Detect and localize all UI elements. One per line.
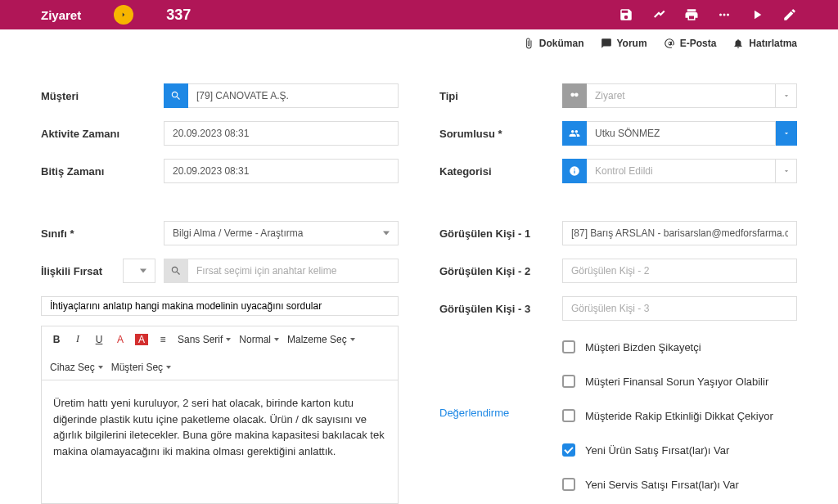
checkbox-label: Yeni Ürün Satış Fırsat(lar)ı Var	[585, 444, 729, 457]
binoculars-icon	[569, 90, 580, 101]
forward-button[interactable]	[114, 5, 133, 25]
type-select[interactable]	[562, 83, 797, 108]
search-addon[interactable]	[164, 83, 188, 108]
print-icon[interactable]	[684, 7, 699, 22]
edit-icon[interactable]	[782, 7, 797, 22]
right-column: Tipi Sorumlusu *	[439, 83, 797, 504]
customer-row: Müşteri	[41, 83, 399, 108]
checkbox-label: Müşteride Rakip Etkinliği Dikkat Çekiyor	[585, 410, 773, 422]
contact2-row: Görüşülen Kişi - 2	[439, 259, 797, 283]
summary-input[interactable]	[41, 296, 399, 316]
settings-icon[interactable]	[651, 7, 666, 22]
font-color-button[interactable]: A	[114, 334, 127, 345]
opportunity-row: İlişkili Fırsat	[41, 259, 399, 283]
more-icon[interactable]	[717, 7, 732, 22]
underline-button[interactable]: U	[92, 334, 106, 345]
end-time-label: Bitiş Zamanı	[41, 165, 164, 178]
comment-icon	[601, 38, 612, 49]
editor-body[interactable]: Üretim hattı yeni kuruluyor, 2 seri hat …	[42, 380, 398, 503]
send-email[interactable]: E-Posta	[664, 38, 717, 49]
paperclip-icon	[523, 38, 534, 49]
checkbox[interactable]	[562, 478, 575, 491]
chevron-down-icon[interactable]	[776, 121, 797, 146]
type-label: Tipi	[439, 90, 562, 102]
type-row: Tipi	[439, 83, 797, 108]
evaluation-link[interactable]: Değerlendirme	[439, 407, 509, 419]
add-comment[interactable]: Yorum	[601, 38, 647, 49]
editor-toolbar: B I U A A ≡ Sans Serif Normal Malzeme Se…	[42, 326, 398, 380]
activity-time-label: Aktivite Zamanı	[41, 128, 164, 140]
check-row: Müşteri Finansal Sorun Yaşıyor Olabilir	[562, 375, 797, 388]
responsible-select[interactable]	[562, 121, 797, 146]
material-select[interactable]: Malzeme Seç	[287, 334, 355, 345]
category-input[interactable]	[587, 159, 776, 183]
check-row: Yeni Servis Satışı Fırsat(lar)ı Var	[562, 478, 797, 491]
font-size-select[interactable]: Normal	[239, 334, 279, 345]
check-row: Müşteride Rakip Etkinliği Dikkat Çekiyor	[562, 409, 797, 422]
category-select[interactable]	[562, 159, 797, 183]
type-input[interactable]	[587, 83, 776, 108]
left-column: Müşteri Aktivite Zamanı Bitiş Zamanı	[41, 83, 399, 504]
end-time-row: Bitiş Zamanı	[41, 159, 399, 183]
secondary-nav: Doküman Yorum E-Posta Hatırlatma	[0, 29, 838, 57]
responsible-label: Sorumlusu *	[439, 128, 562, 140]
add-reminder[interactable]: Hatırlatma	[732, 38, 797, 49]
checkbox[interactable]	[562, 409, 575, 422]
customer-label: Müşteri	[41, 90, 164, 102]
rich-editor: B I U A A ≡ Sans Serif Normal Malzeme Se…	[41, 326, 399, 504]
activity-time-input[interactable]	[164, 121, 399, 146]
contact3-label: Görüşülen Kişi - 3	[439, 303, 562, 315]
contact2-label: Görüşülen Kişi - 2	[439, 265, 562, 277]
activity-time-row: Aktivite Zamanı	[41, 121, 399, 146]
page-title: Ziyaret	[41, 8, 81, 22]
class-label: Sınıfı *	[41, 227, 164, 240]
evaluation-row: Değerlendirme Müşteri Bizden ŞikayetçiMü…	[439, 334, 797, 491]
contact1-input[interactable]	[562, 221, 797, 245]
bg-color-button[interactable]: A	[135, 334, 148, 345]
opportunity-search-addon[interactable]	[164, 259, 188, 283]
class-select[interactable]: Bilgi Alma / Verme - Araştırma	[164, 221, 399, 245]
responsible-row: Sorumlusu *	[439, 121, 797, 146]
record-number: 337	[166, 7, 191, 24]
contact3-input[interactable]	[562, 296, 797, 321]
end-time-input[interactable]	[164, 159, 399, 183]
contact3-row: Görüşülen Kişi - 3	[439, 296, 797, 321]
checkbox-label: Müşteri Bizden Şikayetçi	[585, 341, 701, 353]
save-icon[interactable]	[619, 7, 633, 22]
bold-button[interactable]: B	[50, 334, 63, 345]
app-header: Ziyaret 337	[0, 0, 838, 29]
users-icon	[569, 128, 580, 139]
header-actions	[619, 7, 797, 22]
customer-input[interactable]	[188, 83, 399, 108]
chevron-down-icon[interactable]	[776, 159, 797, 183]
evaluation-checks: Müşteri Bizden ŞikayetçiMüşteri Finansal…	[562, 340, 797, 491]
italic-button[interactable]: I	[71, 333, 84, 345]
checkbox-label: Yeni Servis Satışı Fırsat(lar)ı Var	[585, 479, 739, 491]
customer-input-group[interactable]	[164, 83, 399, 108]
contact2-input[interactable]	[562, 259, 797, 283]
attach-document[interactable]: Doküman	[523, 38, 584, 49]
align-button[interactable]: ≡	[156, 334, 169, 345]
contact1-label: Görüşülen Kişi - 1	[439, 227, 562, 240]
opportunity-label: İlişkili Fırsat	[41, 265, 115, 277]
play-icon[interactable]	[750, 7, 764, 22]
opportunity-input[interactable]	[188, 259, 399, 283]
category-row: Kategorisi	[439, 159, 797, 183]
device-select[interactable]: Cihaz Seç	[50, 362, 103, 373]
class-row: Sınıfı * Bilgi Alma / Verme - Araştırma	[41, 221, 399, 245]
at-icon	[664, 38, 675, 49]
checkbox[interactable]	[562, 443, 575, 457]
form: Müşteri Aktivite Zamanı Bitiş Zamanı	[0, 57, 838, 504]
checkbox[interactable]	[562, 340, 575, 353]
chevron-down-icon[interactable]	[776, 83, 797, 108]
check-row: Yeni Ürün Satış Fırsat(lar)ı Var	[562, 443, 797, 457]
font-family-select[interactable]: Sans Serif	[178, 334, 231, 345]
customer-select[interactable]: Müşteri Seç	[111, 362, 171, 373]
checkbox-label: Müşteri Finansal Sorun Yaşıyor Olabilir	[585, 376, 768, 388]
binoculars-addon	[562, 83, 587, 108]
category-label: Kategorisi	[439, 165, 562, 178]
responsible-input[interactable]	[587, 121, 776, 146]
checkbox[interactable]	[562, 375, 575, 388]
info-icon	[569, 165, 580, 177]
opportunity-type-select[interactable]	[123, 259, 155, 283]
